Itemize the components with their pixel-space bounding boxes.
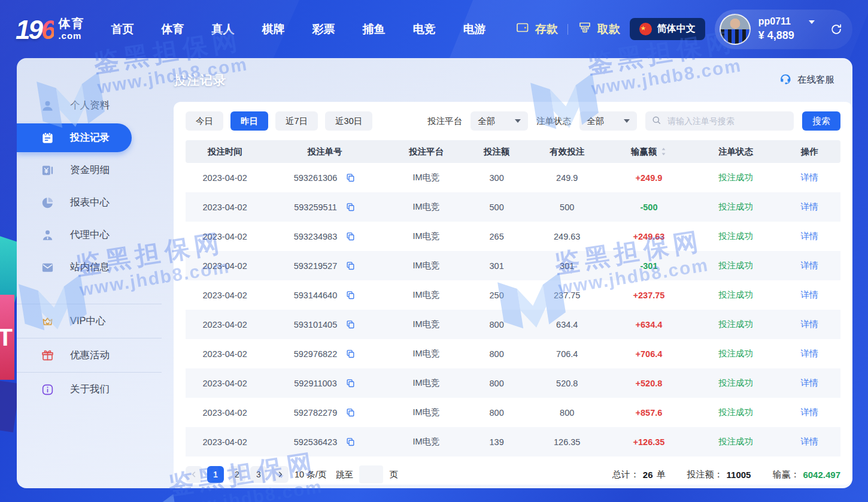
page-button-2[interactable]: 2 <box>229 466 245 483</box>
status-select[interactable]: 全部 <box>579 111 637 131</box>
copy-icon[interactable] <box>345 290 356 300</box>
column-header[interactable]: 输赢额 <box>608 146 690 158</box>
detail-link[interactable]: 详情 <box>800 349 818 358</box>
crown-icon <box>41 314 54 328</box>
status-filter-label: 注单状态 <box>536 116 571 127</box>
logo-cn-label: 体育 <box>58 17 84 29</box>
filter-row: 今日昨日近7日近30日 投注平台 全部 注单状态 全部 <box>186 111 840 131</box>
table-row: 2023-04-02593219527IM电竞301301-301投注成功详情 <box>186 251 840 280</box>
nav-item-5[interactable]: 彩票 <box>312 22 335 37</box>
order-no-text: 592536423 <box>294 437 338 447</box>
copy-icon[interactable] <box>345 231 356 241</box>
copy-icon[interactable] <box>345 349 356 359</box>
sidebar-item[interactable]: 站内信息 <box>17 251 162 283</box>
summary-total-unit: 单 <box>657 469 666 480</box>
copy-icon[interactable] <box>345 407 356 418</box>
refresh-balance-icon[interactable] <box>830 23 843 36</box>
cell-valid-bet: 800 <box>526 408 608 418</box>
logo-text: 体育 .com <box>58 17 84 41</box>
platform-select[interactable]: 全部 <box>471 111 528 131</box>
nav-item-2[interactable]: 体育 <box>161 22 184 37</box>
sidebar-item[interactable]: 关于我们 <box>17 372 162 406</box>
page-button-3[interactable]: 3 <box>250 466 267 483</box>
cell-bet-amount: 800 <box>467 408 526 418</box>
status-badge: 投注成功 <box>718 349 753 358</box>
cell-platform: IM电竞 <box>386 201 468 213</box>
cell-bet-amount: 139 <box>467 437 526 447</box>
summary-bet-total: 投注额： 11005 <box>687 469 751 480</box>
nav-item-4[interactable]: 棋牌 <box>262 22 284 37</box>
next-page-button[interactable] <box>272 466 289 483</box>
table-row: 2023-04-02593144640IM电竞250237.75+237.75投… <box>186 280 840 310</box>
copy-icon[interactable] <box>345 437 356 447</box>
chevron-down-icon[interactable] <box>809 20 815 24</box>
nav-item-8[interactable]: 电游 <box>463 22 485 37</box>
sidebar-item[interactable]: 投注记录 <box>17 123 132 152</box>
cell-platform: IM电竞 <box>386 289 468 301</box>
sidebar-item[interactable]: 报表中心 <box>17 186 162 219</box>
detail-link[interactable]: 详情 <box>800 437 818 446</box>
sidebar-item-label: 报表中心 <box>70 196 110 209</box>
status-badge: 投注成功 <box>718 290 753 300</box>
language-selector[interactable]: 简体中文 <box>630 18 705 40</box>
copy-icon[interactable] <box>345 202 356 212</box>
sidebar-item[interactable]: VIP中心 <box>17 304 162 338</box>
nav-item-7[interactable]: 电竞 <box>412 22 435 37</box>
cell-platform: IM电竞 <box>386 260 468 271</box>
copy-icon[interactable] <box>345 378 356 388</box>
sidebar-item[interactable]: 资金明细 <box>17 154 162 186</box>
summary-bet-label: 投注额： <box>687 469 723 480</box>
deposit-button[interactable]: 存款 <box>515 20 558 38</box>
detail-link[interactable]: 详情 <box>800 202 818 211</box>
detail-link[interactable]: 详情 <box>800 261 818 270</box>
detail-link[interactable]: 详情 <box>800 319 818 329</box>
sort-icon[interactable] <box>660 146 667 157</box>
table-row: 2023-04-02593234983IM电竞265249.63+249.63投… <box>186 222 840 251</box>
nav-item-6[interactable]: 捕鱼 <box>362 22 385 37</box>
detail-link[interactable]: 详情 <box>800 407 818 417</box>
cell-status: 投注成功 <box>690 407 781 418</box>
nav-item-1[interactable]: 首页 <box>111 22 133 37</box>
date-tab[interactable]: 昨日 <box>230 111 268 131</box>
funds-icon <box>41 164 54 177</box>
search-button[interactable]: 搜索 <box>802 111 840 131</box>
copy-icon[interactable] <box>345 319 356 329</box>
cell-valid-bet: 520.8 <box>526 379 608 388</box>
atm-icon <box>578 20 592 38</box>
cell-action: 详情 <box>782 348 837 359</box>
withdraw-button[interactable]: 取款 <box>578 20 620 38</box>
jump-page-input[interactable] <box>359 465 383 483</box>
cell-valid-bet: 249.9 <box>526 173 608 183</box>
status-badge: 投注成功 <box>718 319 753 329</box>
date-tab[interactable]: 近30日 <box>325 111 372 131</box>
copy-icon[interactable] <box>345 261 356 271</box>
online-service-button[interactable]: 在线客服 <box>779 72 834 88</box>
date-tab[interactable]: 近7日 <box>275 111 318 131</box>
cell-order-no: 592911003 <box>264 378 385 388</box>
table-row: 2023-04-02593101405IM电竞800634.4+634.4投注成… <box>186 310 840 339</box>
detail-link[interactable]: 详情 <box>800 231 818 241</box>
sidebar-item[interactable]: 代理中心 <box>17 219 162 251</box>
column-header: 投注单号 <box>264 146 385 158</box>
cell-status: 投注成功 <box>690 348 781 359</box>
detail-link[interactable]: 详情 <box>800 173 818 182</box>
cell-status: 投注成功 <box>690 289 781 301</box>
cell-order-no: 593259511 <box>264 202 385 212</box>
summary-win-value: 6042.497 <box>803 470 840 480</box>
page-button-1[interactable]: 1 <box>207 466 224 483</box>
date-tab[interactable]: 今日 <box>186 111 223 131</box>
sidebar-item[interactable]: 优惠活动 <box>17 338 162 372</box>
per-page-select[interactable]: 10 条/页 <box>295 469 326 480</box>
nav-item-3[interactable]: 真人 <box>211 22 234 37</box>
sidebar-item-label: 关于我们 <box>70 383 110 396</box>
cell-bet-amount: 250 <box>467 291 526 300</box>
avatar[interactable] <box>720 14 751 45</box>
prev-page-button[interactable] <box>186 466 202 483</box>
search-input[interactable] <box>666 116 788 126</box>
topbar-divider <box>567 24 568 35</box>
sidebar-item[interactable]: 个人资料 <box>17 89 162 122</box>
detail-link[interactable]: 详情 <box>800 378 818 388</box>
site-logo[interactable]: 196 体育 .com <box>16 17 84 41</box>
copy-icon[interactable] <box>345 173 356 183</box>
detail-link[interactable]: 详情 <box>800 290 818 300</box>
